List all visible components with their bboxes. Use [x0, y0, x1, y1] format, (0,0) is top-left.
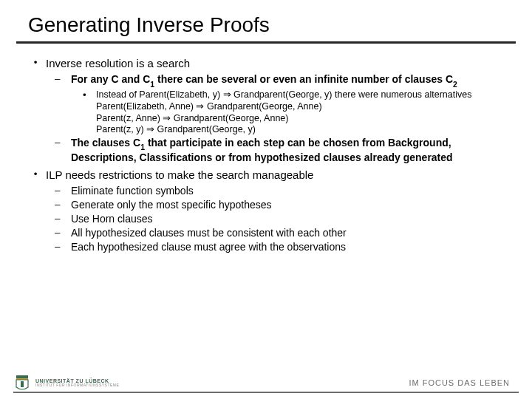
bullet-dash-icon: –: [55, 73, 71, 88]
bullet-dot-icon: •: [25, 168, 46, 182]
text-fragment: there can be several or even an infinite…: [154, 73, 453, 85]
restriction-1: – Eliminate function symbols: [55, 185, 507, 197]
bullet-1-sub-1: – For any C and C1 there can be several …: [55, 73, 507, 88]
svg-rect-2: [21, 381, 24, 387]
example-line-2: Parent(z, Anne) ⇒ Grandparent(George, An…: [96, 113, 507, 124]
bullet-dot-icon: •: [83, 89, 96, 101]
restriction-4: – All hypothesized clauses must be consi…: [55, 227, 507, 239]
restriction-3: – Use Horn clauses: [55, 213, 507, 225]
subscript: 1: [150, 80, 154, 89]
content-area: • Inverse resolution is a search – For a…: [25, 57, 507, 253]
bullet-1: • Inverse resolution is a search: [25, 57, 507, 70]
footer-rule: [13, 392, 519, 393]
text-fragment: The clauses C: [71, 137, 140, 149]
svg-rect-0: [16, 375, 28, 378]
bullet-dash-icon: –: [55, 199, 71, 211]
restriction-2: – Generate only the most specific hypoth…: [55, 199, 507, 211]
institute-name: INSTITUT FÜR INFORMATIONSSYSTEME: [35, 383, 119, 387]
restriction-2-text: Generate only the most specific hypothes…: [71, 199, 507, 211]
slide: Generating Inverse Proofs • Inverse reso…: [0, 0, 532, 399]
footer-motto: IM FOCUS DAS LEBEN: [409, 378, 510, 387]
bullet-1-sub-2: – The clauses C1 that participate in eac…: [55, 137, 507, 164]
bullet-dot-icon: •: [25, 57, 46, 70]
example-line-3: Parent(z, y) ⇒ Grandparent(George, y): [96, 124, 507, 135]
bullet-2: • ILP needs restrictions to make the sea…: [25, 168, 507, 182]
bullet-1-example-lead: • Instead of Parent(Elizabeth, y) ⇒ Gran…: [83, 89, 507, 101]
university-text: UNIVERSITÄT ZU LÜBECK INSTITUT FÜR INFOR…: [35, 378, 119, 388]
restriction-4-text: All hypothesized clauses must be consist…: [71, 227, 507, 239]
bullet-1-sub-2-text: The clauses C1 that participate in each …: [71, 137, 507, 164]
bullet-1-sub-1-text: For any C and C1 there can be several or…: [71, 73, 507, 88]
bullet-dash-icon: –: [55, 185, 71, 197]
bullet-1-text: Inverse resolution is a search: [46, 57, 507, 70]
restriction-5-text: Each hypothesized clause must agree with…: [71, 241, 507, 253]
slide-title: Generating Inverse Proofs: [25, 13, 507, 37]
bullet-dash-icon: –: [55, 137, 71, 164]
example-line-1: Parent(Elizabeth, Anne) ⇒ Grandparent(Ge…: [96, 101, 507, 112]
title-rule: [16, 41, 516, 44]
restriction-3-text: Use Horn clauses: [71, 213, 507, 225]
restriction-5: – Each hypothesized clause must agree wi…: [55, 241, 507, 253]
footer: UNIVERSITÄT ZU LÜBECK INSTITUT FÜR INFOR…: [0, 366, 532, 399]
bullet-dash-icon: –: [55, 213, 71, 225]
restriction-1-text: Eliminate function symbols: [71, 185, 507, 197]
subscript: 1: [140, 143, 145, 151]
text-fragment: For any C and C: [71, 73, 150, 85]
example-lead-text: Instead of Parent(Elizabeth, y) ⇒ Grandp…: [96, 89, 507, 101]
university-branding: UNIVERSITÄT ZU LÜBECK INSTITUT FÜR INFOR…: [13, 374, 119, 392]
bullet-dash-icon: –: [55, 227, 71, 239]
subscript: 2: [453, 80, 457, 89]
bullet-dash-icon: –: [55, 241, 71, 253]
university-logo-icon: [13, 374, 31, 392]
bullet-2-text: ILP needs restrictions to make the searc…: [46, 168, 507, 182]
